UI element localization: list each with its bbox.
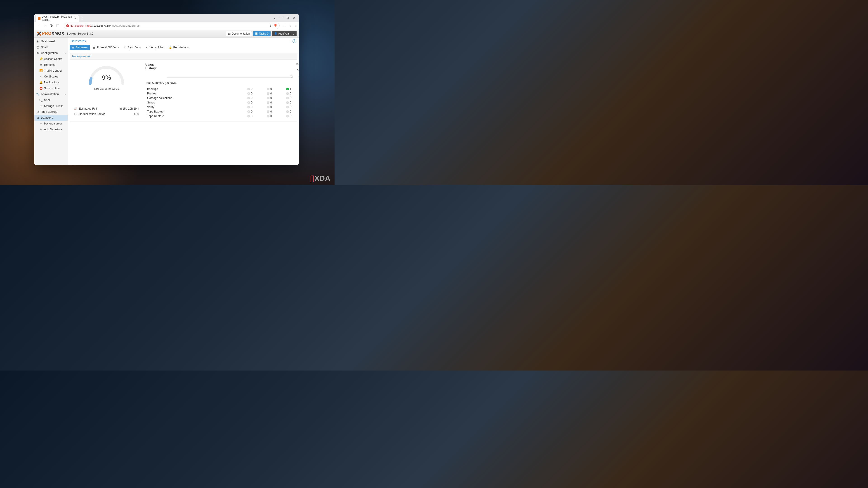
minimize-icon[interactable]: — (280, 16, 282, 20)
status-dot-icon: ! (267, 101, 270, 104)
share-icon[interactable]: ⇪ (270, 24, 272, 27)
security-indicator[interactable]: ! Not secure (66, 24, 84, 27)
refresh-icon: ↻ (124, 46, 126, 49)
browser-window: ayush-backup - Proxmox Back... × + ⌄ — ☐… (34, 14, 299, 165)
help-icon[interactable]: ? (292, 39, 296, 43)
task-warning-count: !0 (254, 115, 273, 118)
gear-icon: ⚙ (36, 52, 39, 55)
tab-prune-gc[interactable]: 🗑Prune & GC Jobs (91, 45, 121, 50)
sidebar-item-backup-server[interactable]: ≡backup-server (34, 121, 68, 127)
documentation-button[interactable]: ▤ Documentation (226, 31, 252, 36)
sidebar-item-certificates[interactable]: ✲Certificates (34, 74, 68, 79)
sidebar-item-administration[interactable]: 🔧Administration▾ (34, 91, 68, 97)
tab-title: ayush-backup - Proxmox Back... (42, 15, 73, 22)
status-dot-icon: ✓ (286, 115, 289, 118)
datastore-panel: backup-server 9% 4.56 GB of 49.82 GB (70, 53, 297, 122)
sidebar-item-storage-disks[interactable]: ⊟Storage / Disks (34, 103, 68, 109)
chevron-down-icon: ⌄ (292, 32, 294, 35)
sidebar-item-shell[interactable]: >_Shell (34, 97, 68, 103)
breadcrumb[interactable]: Datastores (70, 39, 86, 43)
app-header: PROXMOX Backup Server 3.3.0 ▤ Documentat… (34, 30, 299, 37)
task-name: Garbage collections (145, 96, 235, 100)
status-dot-icon: ! (267, 110, 270, 113)
status-dot-icon: ✓ (286, 106, 289, 108)
sidebar-item-datastore[interactable]: ⊞Datastore (34, 115, 68, 121)
tab-close-icon[interactable]: × (74, 17, 76, 20)
tab-sync[interactable]: ↻Sync Jobs (122, 45, 143, 50)
task-name: Prunes (145, 92, 235, 95)
sidebar: ◉Dashboard ▢Notes ⚙Configuration▾ 🔑Acces… (34, 37, 68, 165)
url-bar[interactable]: ! Not secure https://192.168.0.184:8007/… (64, 23, 280, 29)
task-ok-count: ✓0 (273, 115, 293, 118)
stat-dedup-factor: ✂ Deduplication Factor 1.00 (74, 112, 139, 116)
task-ok-count: ✓0 (273, 92, 293, 95)
task-warning-count: !0 (254, 92, 273, 95)
sidebar-item-traffic-control[interactable]: 📶Traffic Control (34, 68, 68, 74)
task-name: Backups (145, 88, 235, 91)
url-text: https://192.168.0.184:8007/#pbsDataStore… (85, 24, 140, 27)
status-dot-icon: ✓ (286, 97, 289, 99)
sidebar-item-dashboard[interactable]: ◉Dashboard (34, 38, 68, 44)
bookmark-icon[interactable]: ☐ (56, 24, 60, 28)
server-icon: ▤ (39, 63, 42, 66)
tab-summary[interactable]: ▤Summary (70, 45, 90, 50)
tasks-button[interactable]: ☰ Tasks 0 (253, 31, 270, 36)
sidebar-item-remotes[interactable]: ▤Remotes (34, 62, 68, 68)
reload-button[interactable]: ↻ (49, 24, 54, 28)
not-secure-icon: ! (66, 24, 69, 27)
sidebar-item-notifications[interactable]: 🔔Notifications (34, 79, 68, 86)
tabs-dropdown-icon[interactable]: ⌄ (273, 16, 276, 20)
menu-icon[interactable]: ≡ (295, 24, 297, 28)
panel-title[interactable]: backup-server (70, 53, 297, 60)
content-area: Datastores ? ▤Summary 🗑Prune & GC Jobs ↻… (68, 37, 299, 165)
trash-icon: 🗑 (93, 46, 95, 49)
status-dot-icon: ✕ (247, 92, 250, 95)
status-dot-icon: ✕ (247, 106, 250, 108)
download-icon[interactable]: ⤓ (289, 24, 291, 28)
status-dot-icon: ✓ (286, 101, 289, 104)
usage-history-chart: 100% 50% 0% (167, 63, 293, 78)
back-button[interactable]: ‹ (37, 24, 41, 28)
browser-toolbar: ‹ › ↻ ☐ ! Not secure https://192.168.0.1… (34, 22, 299, 30)
usage-gauge-column: 9% 4.56 GB of 49.82 GB 📈 Estimated Full … (74, 63, 139, 119)
browser-tab[interactable]: ayush-backup - Proxmox Back... × (36, 15, 79, 22)
task-error-count: ✕0 (235, 115, 254, 118)
maximize-icon[interactable]: ☐ (286, 16, 289, 20)
chevron-down-icon: ▾ (65, 52, 66, 55)
dashboard-icon: ◉ (36, 40, 39, 43)
task-error-count: ✕0 (235, 110, 254, 113)
sidebar-item-subscription[interactable]: 🛟Subscription (34, 86, 68, 91)
sidebar-item-configuration[interactable]: ⚙Configuration▾ (34, 50, 68, 56)
tab-verify[interactable]: ✔Verify Jobs (144, 45, 165, 50)
tab-permissions[interactable]: 🔓Permissions (166, 45, 191, 50)
sidebar-item-access-control[interactable]: 🔑Access Control (34, 56, 68, 62)
unlock-icon: 🔓 (169, 46, 172, 49)
sidebar-item-notes[interactable]: ▢Notes (34, 44, 68, 50)
database-icon: ⊞ (36, 116, 39, 119)
bell-icon: 🔔 (39, 81, 42, 84)
resize-handle-icon[interactable] (290, 75, 293, 77)
user-menu-button[interactable]: 👤 root@pam ⌄ (272, 31, 297, 36)
signal-icon: 📶 (39, 69, 42, 72)
tab-favicon (38, 17, 40, 20)
music-icon[interactable]: ♫ (283, 24, 286, 28)
stat-estimated-full: 📈 Estimated Full in 15d 19h 29m (74, 107, 139, 110)
status-dot-icon: ✕ (247, 97, 250, 99)
browser-titlebar: ayush-backup - Proxmox Back... × + ⌄ — ☐… (34, 14, 299, 22)
task-name: Tape Restore (145, 115, 235, 118)
status-dot-icon: ✕ (247, 110, 250, 113)
terminal-icon: >_ (39, 98, 42, 102)
brave-shield-icon[interactable]: ⛊ (274, 24, 277, 27)
task-error-count: ✕0 (235, 92, 254, 95)
chevron-down-icon: ▾ (65, 93, 66, 96)
sidebar-item-tape-backup[interactable]: ◎Tape Backup (34, 109, 68, 115)
task-row: Tape Restore✕0!0✓0 (145, 114, 293, 119)
close-window-icon[interactable]: ✕ (293, 16, 295, 20)
tape-icon: ◎ (36, 110, 39, 113)
sidebar-item-add-datastore[interactable]: ⊕Add Datastore (34, 127, 68, 132)
new-tab-button[interactable]: + (81, 16, 83, 20)
forward-button[interactable]: › (43, 24, 48, 28)
book-icon: ▤ (228, 32, 230, 35)
proxmox-logo[interactable]: PROXMOX (37, 31, 64, 36)
chart-line-icon: 📈 (74, 107, 77, 110)
